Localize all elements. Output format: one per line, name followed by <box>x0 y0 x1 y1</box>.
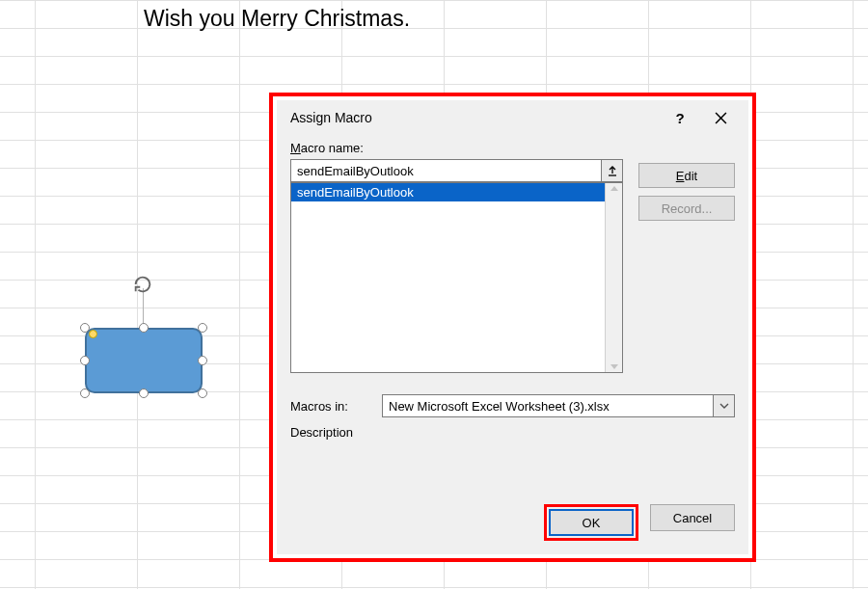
resize-handle-bl[interactable] <box>80 388 90 398</box>
assign-macro-dialog: Assign Macro ? Macro name: <box>277 100 748 554</box>
resize-handle-tc[interactable] <box>139 323 149 333</box>
macros-in-select[interactable]: New Microsoft Excel Worksheet (3).xlsx <box>382 394 735 417</box>
close-button[interactable] <box>700 103 741 132</box>
scroll-up-icon <box>610 186 618 191</box>
dialog-footer: OK Cancel <box>544 504 735 541</box>
adjust-handle[interactable] <box>89 330 97 338</box>
resize-handle-bc[interactable] <box>139 388 149 398</box>
rounded-rectangle-shape[interactable] <box>85 328 203 393</box>
help-button[interactable]: ? <box>660 103 700 132</box>
listbox-scrollbar[interactable] <box>605 183 622 372</box>
selected-shape[interactable] <box>85 328 203 393</box>
resize-handle-ml[interactable] <box>80 356 90 365</box>
resize-handle-tr[interactable] <box>198 323 207 333</box>
scroll-down-icon <box>610 364 618 369</box>
macros-in-label: Macros in: <box>290 399 382 414</box>
dialog-titlebar: Assign Macro ? <box>277 100 748 135</box>
close-icon <box>715 112 727 124</box>
chevron-down-icon <box>719 401 729 411</box>
rotate-handle-icon[interactable] <box>132 274 153 295</box>
cancel-button[interactable]: Cancel <box>650 504 735 531</box>
resize-handle-mr[interactable] <box>198 356 207 365</box>
resize-handle-br[interactable] <box>198 388 207 398</box>
macro-name-label: Macro name: <box>290 141 623 155</box>
macros-in-dropdown-button[interactable] <box>714 394 735 417</box>
macro-listbox[interactable]: sendEmailByOutlook <box>290 182 623 373</box>
description-label: Description <box>290 425 735 440</box>
dialog-title: Assign Macro <box>290 110 660 125</box>
list-item[interactable]: sendEmailByOutlook <box>291 183 605 201</box>
assign-macro-dialog-highlight: Assign Macro ? Macro name: <box>269 93 756 562</box>
record-button[interactable]: Record... <box>638 196 735 221</box>
cell-text: Wish you Merry Christmas. <box>144 6 410 32</box>
macro-name-input[interactable] <box>290 159 602 182</box>
ok-button-highlight: OK <box>544 504 638 541</box>
macros-in-value: New Microsoft Excel Worksheet (3).xlsx <box>382 394 714 417</box>
collapse-dialog-button[interactable] <box>602 159 623 182</box>
collapse-icon <box>607 165 618 176</box>
edit-button[interactable]: Edit <box>638 163 735 188</box>
ok-button[interactable]: OK <box>549 509 634 536</box>
